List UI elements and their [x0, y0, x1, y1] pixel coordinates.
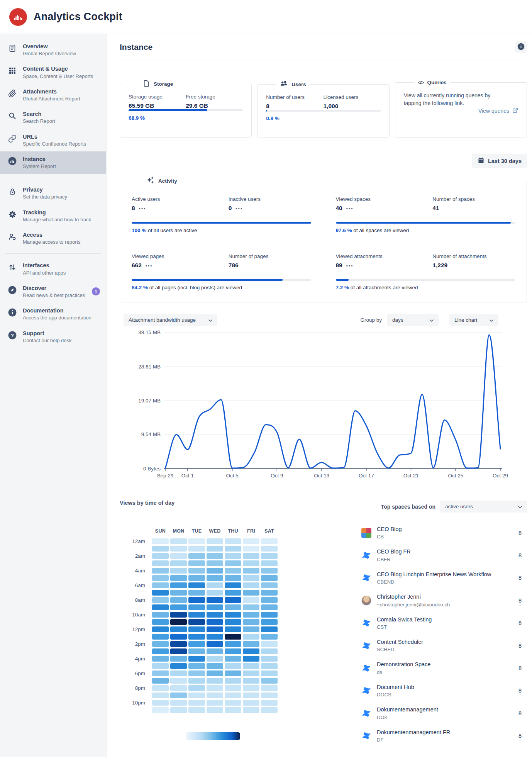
more-options-button[interactable]: •••	[146, 263, 153, 268]
heatmap-cell[interactable]	[207, 597, 223, 603]
heatmap-cell[interactable]	[207, 700, 223, 706]
chart-type-select[interactable]: Line chart	[449, 314, 498, 326]
heatmap-cell[interactable]	[225, 590, 241, 596]
heatmap-cell[interactable]	[188, 700, 205, 706]
heatmap-cell[interactable]	[261, 634, 278, 640]
heatmap-cell[interactable]	[207, 590, 223, 596]
heatmap-cell[interactable]	[207, 634, 223, 640]
heatmap-cell[interactable]	[188, 693, 205, 698]
heatmap-cell[interactable]	[207, 670, 223, 676]
heatmap-cell[interactable]	[261, 693, 278, 698]
heatmap-cell[interactable]	[261, 626, 278, 632]
heatmap-cell[interactable]	[243, 656, 259, 662]
heatmap-cell[interactable]	[170, 670, 187, 676]
chart-metric-select[interactable]: Attachment bandwidth usage	[124, 314, 217, 326]
heatmap-cell[interactable]	[170, 641, 187, 647]
heatmap-cell[interactable]	[225, 670, 241, 676]
bandwidth-line-chart[interactable]: 0 Bytes9.54 MB19.07 MB28.61 MB38.15 MBSe…	[120, 328, 527, 490]
heatmap-cell[interactable]	[188, 678, 205, 684]
heatmap-cell[interactable]	[170, 626, 187, 632]
heatmap-cell[interactable]	[225, 700, 241, 706]
heatmap-cell[interactable]	[261, 575, 278, 581]
heatmap-cell[interactable]	[170, 582, 187, 588]
group-by-select[interactable]: days	[387, 314, 439, 326]
heatmap-cell[interactable]	[225, 693, 241, 698]
heatmap-cell[interactable]	[207, 619, 223, 625]
heatmap-cell[interactable]	[261, 597, 278, 603]
top-space-item[interactable]: Demonstration Spaceds8	[361, 658, 527, 678]
heatmap-cell[interactable]	[225, 582, 241, 588]
more-options-button[interactable]: •••	[139, 205, 146, 211]
heatmap-cell[interactable]	[243, 582, 259, 588]
heatmap-cell[interactable]	[207, 546, 223, 552]
heatmap-cell[interactable]	[188, 685, 205, 691]
heatmap-cell[interactable]	[152, 678, 169, 684]
heatmap-cell[interactable]	[207, 612, 223, 618]
heatmap-cell[interactable]	[170, 597, 187, 603]
heatmap-cell[interactable]	[243, 626, 259, 632]
heatmap-cell[interactable]	[188, 641, 205, 647]
heatmap-cell[interactable]	[261, 560, 278, 566]
more-options-button[interactable]: •••	[346, 205, 354, 211]
heatmap-cell[interactable]	[261, 648, 278, 654]
heatmap-cell[interactable]	[207, 626, 223, 632]
more-options-button[interactable]: •••	[346, 263, 354, 268]
top-space-item[interactable]: DokumentemanagementDOK8	[361, 703, 527, 723]
heatmap-cell[interactable]	[170, 634, 187, 640]
heatmap-cell[interactable]	[152, 670, 169, 676]
heatmap-cell[interactable]	[152, 648, 169, 654]
heatmap-cell[interactable]	[225, 568, 241, 574]
heatmap-cell[interactable]	[188, 619, 205, 625]
heatmap-cell[interactable]	[225, 575, 241, 581]
top-space-item[interactable]: Comala Swica TestingCST8	[361, 613, 527, 633]
sidebar-item-discover[interactable]: DiscoverRead news & best practices1	[0, 280, 106, 303]
heatmap-cell[interactable]	[188, 663, 205, 669]
top-space-item[interactable]: CEO Blog Linchpin Enterprise News Workfl…	[361, 568, 527, 588]
heatmap-cell[interactable]	[261, 568, 278, 574]
heatmap-cell[interactable]	[207, 641, 223, 647]
heatmap-cell[interactable]	[188, 582, 205, 588]
sidebar-item-overview[interactable]: OverviewGlobal Report Overview	[0, 39, 106, 61]
heatmap-cell[interactable]	[225, 634, 241, 640]
heatmap-cell[interactable]	[170, 678, 187, 684]
heatmap-cell[interactable]	[243, 670, 259, 676]
heatmap-cell[interactable]	[188, 597, 205, 603]
more-options-button[interactable]: •••	[236, 205, 243, 211]
heatmap-cell[interactable]	[261, 641, 278, 647]
heatmap-cell[interactable]	[243, 700, 259, 706]
heatmap-cell[interactable]	[152, 626, 169, 632]
heatmap-cell[interactable]	[225, 641, 241, 647]
heatmap-cell[interactable]	[225, 619, 241, 625]
heatmap-cell[interactable]	[170, 619, 187, 625]
top-space-item[interactable]: Christopher Jenni~christopher.jenni@bitv…	[361, 590, 527, 611]
heatmap-cell[interactable]	[243, 597, 259, 603]
heatmap-cell[interactable]	[170, 575, 187, 581]
heatmap-cell[interactable]	[225, 538, 241, 544]
heatmap-cell[interactable]	[188, 575, 205, 581]
heatmap-cell[interactable]	[188, 656, 205, 662]
view-queries-link[interactable]: View queries	[478, 107, 518, 115]
top-spaces-select[interactable]: active users	[440, 501, 527, 513]
top-space-item[interactable]: CEO BlogCB8	[361, 523, 527, 543]
heatmap-cell[interactable]	[243, 575, 259, 581]
heatmap-cell[interactable]	[243, 590, 259, 596]
heatmap-cell[interactable]	[225, 553, 241, 559]
heatmap-cell[interactable]	[225, 560, 241, 566]
heatmap-cell[interactable]	[152, 604, 169, 610]
heatmap-cell[interactable]	[225, 656, 241, 662]
heatmap-cell[interactable]	[170, 656, 187, 662]
heatmap-cell[interactable]	[225, 626, 241, 632]
heatmap-cell[interactable]	[152, 656, 169, 662]
heatmap-cell[interactable]	[243, 553, 259, 559]
heatmap-cell[interactable]	[170, 685, 187, 691]
heatmap-cell[interactable]	[188, 546, 205, 552]
heatmap-cell[interactable]	[225, 663, 241, 669]
heatmap-cell[interactable]	[152, 641, 169, 647]
heatmap-cell[interactable]	[207, 538, 223, 544]
heatmap-cell[interactable]	[152, 590, 169, 596]
sidebar-item-documentation[interactable]: DocumentationAccess the app documentatio…	[0, 303, 106, 325]
heatmap-cell[interactable]	[152, 575, 169, 581]
heatmap-cell[interactable]	[170, 538, 187, 544]
sidebar-item-access[interactable]: AccessManage access to reports	[0, 227, 106, 250]
heatmap-cell[interactable]	[261, 619, 278, 625]
